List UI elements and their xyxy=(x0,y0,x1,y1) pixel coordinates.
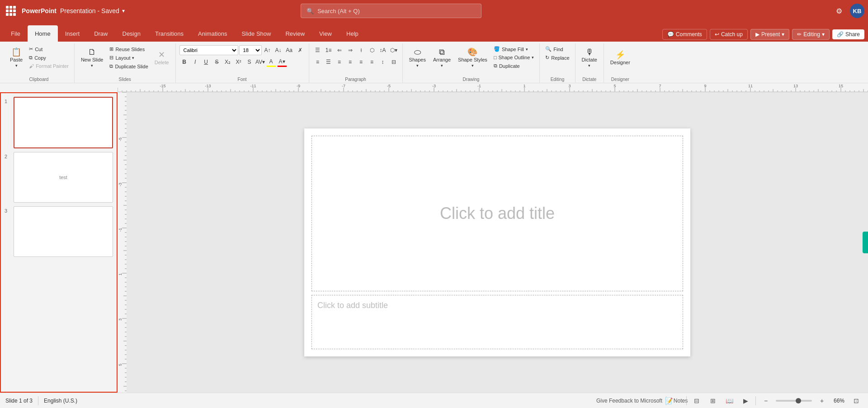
underline-button[interactable]: U xyxy=(201,57,211,67)
title-placeholder[interactable]: Click to add title xyxy=(311,136,683,291)
cut-button[interactable]: ✂ Cut xyxy=(27,45,71,53)
zoom-slider[interactable] xyxy=(776,400,812,402)
align-center-button[interactable]: ☰ xyxy=(324,57,334,67)
zoom-in-button[interactable]: + xyxy=(816,394,828,407)
convert-to-smartart[interactable]: ⬡▾ xyxy=(389,45,399,55)
para-extra2[interactable]: ≡ xyxy=(367,57,377,67)
editing-dropdown-icon[interactable]: ▾ xyxy=(822,31,825,38)
present-dropdown-icon[interactable]: ▾ xyxy=(782,31,784,38)
para-extra3[interactable]: ⊟ xyxy=(389,57,399,67)
shape-fill-dropdown[interactable]: ▾ xyxy=(526,47,528,52)
italic-button[interactable]: I xyxy=(190,57,200,67)
slide-thumbnail-3[interactable]: 3 xyxy=(5,206,113,257)
waffle-icon[interactable] xyxy=(4,4,18,18)
zoom-percent[interactable]: 66% xyxy=(832,398,846,404)
shape-fill-button[interactable]: 🪣 Shape Fill ▾ xyxy=(492,45,536,53)
justify-button[interactable]: ≡ xyxy=(345,57,355,67)
paste-button[interactable]: 📋 Paste ▾ xyxy=(7,45,25,71)
tab-view[interactable]: View xyxy=(312,25,339,42)
tab-file[interactable]: File xyxy=(4,25,28,42)
tab-draw[interactable]: Draw xyxy=(87,25,115,42)
tab-home[interactable]: Home xyxy=(28,25,58,42)
editing-button[interactable]: ✏ Editing ▾ xyxy=(792,29,830,40)
font-family-select[interactable]: CalibriArialTimes New RomanSegoe UICambr… xyxy=(179,45,238,55)
catchup-button[interactable]: ↩ Catch up xyxy=(710,29,748,40)
char-spacing-button[interactable]: AV▾ xyxy=(255,57,265,67)
tab-review[interactable]: Review xyxy=(278,25,312,42)
tab-animations[interactable]: Animations xyxy=(191,25,234,42)
comments-button[interactable]: 💬 Comments xyxy=(662,29,707,40)
tab-help[interactable]: Help xyxy=(339,25,366,42)
copy-button[interactable]: ⧉ Copy xyxy=(27,54,71,62)
settings-button[interactable]: ⚙ xyxy=(832,4,846,18)
tab-slideshow[interactable]: Slide Show xyxy=(234,25,278,42)
layout-button[interactable]: ⊟ Layout ▾ xyxy=(108,54,150,62)
fit-slide-button[interactable]: ⊡ xyxy=(850,394,863,407)
line-spacing-button[interactable]: ↕ xyxy=(378,57,388,67)
highlight-button[interactable]: A xyxy=(266,57,276,67)
reading-view-button[interactable]: 📖 xyxy=(723,394,736,407)
increase-font-button[interactable]: A↑ xyxy=(263,45,273,55)
notes-button[interactable]: 📝 Notes xyxy=(670,394,683,407)
new-slide-dropdown[interactable]: ▾ xyxy=(91,63,93,68)
zoom-thumb[interactable] xyxy=(796,398,801,403)
dictate-button[interactable]: 🎙 Dictate ▾ xyxy=(579,45,600,71)
search-bar[interactable]: 🔍 Search (Alt + Q) xyxy=(301,4,481,18)
title-dropdown-icon[interactable]: ▾ xyxy=(121,7,126,15)
direction-button[interactable]: ↕A xyxy=(378,45,388,55)
paste-dropdown[interactable]: ▾ xyxy=(15,63,18,68)
account-button[interactable]: KB xyxy=(850,4,864,18)
font-size-select[interactable]: 89101112141618202428323640486072 xyxy=(239,45,262,55)
bullets-button[interactable]: ☰ xyxy=(313,45,323,55)
align-right-button[interactable]: ≡ xyxy=(335,57,344,67)
slide-thumb-3[interactable] xyxy=(14,206,113,257)
shape-outline-dropdown[interactable]: ▾ xyxy=(532,55,534,60)
align-left-button[interactable]: ≡ xyxy=(313,57,323,67)
tab-insert[interactable]: Insert xyxy=(58,25,87,42)
subscript-button[interactable]: X₂ xyxy=(223,57,233,67)
feedback-text[interactable]: Give Feedback to Microsoft xyxy=(596,398,662,404)
slide-thumbnail-1[interactable]: 1 xyxy=(5,97,113,148)
slide-thumb-1[interactable] xyxy=(14,97,113,148)
bold-button[interactable]: B xyxy=(179,57,189,67)
duplicate-button[interactable]: ⧉ Duplicate xyxy=(492,62,536,70)
slide-thumbnail-2[interactable]: 2 test xyxy=(5,152,113,203)
arrange-button[interactable]: ⧉ Arrange ▾ xyxy=(430,45,453,71)
designer-hint-panel[interactable] xyxy=(863,232,868,253)
delete-button[interactable]: ✕ Delete xyxy=(152,45,172,71)
shapes-dropdown[interactable]: ▾ xyxy=(416,63,419,68)
decrease-font-button[interactable]: A↓ xyxy=(274,45,283,55)
dictate-dropdown[interactable]: ▾ xyxy=(588,63,590,68)
decrease-indent-button[interactable]: ⇐ xyxy=(335,45,344,55)
slideshow-button[interactable]: ▶ xyxy=(739,394,752,407)
subtitle-placeholder[interactable]: Click to add subtitle xyxy=(311,295,683,349)
duplicate-slide-button[interactable]: ⧉ Duplicate Slide xyxy=(108,62,150,70)
replace-button[interactable]: ↻ Replace xyxy=(543,54,571,62)
strikethrough-button[interactable]: S xyxy=(212,57,222,67)
slide-sorter-button[interactable]: ⊞ xyxy=(707,394,719,407)
normal-view-button[interactable]: ⊟ xyxy=(690,394,703,407)
tab-design[interactable]: Design xyxy=(115,25,148,42)
clear-format-button[interactable]: ✗ xyxy=(295,45,305,55)
shape-styles-dropdown[interactable]: ▾ xyxy=(472,63,474,68)
format-painter-button[interactable]: 🖌 Format Painter xyxy=(27,62,71,70)
slide-canvas[interactable]: Click to add title Click to add subtitle xyxy=(304,128,690,356)
font-color-button[interactable]: A▾ xyxy=(277,57,287,67)
numbering-button[interactable]: 1≡ xyxy=(324,45,334,55)
smart-art-button[interactable]: ⬡ xyxy=(367,45,377,55)
share-button[interactable]: 🔗 Share xyxy=(832,29,864,39)
para-extra1[interactable]: ≡ xyxy=(356,57,366,67)
increase-indent-button[interactable]: ⇒ xyxy=(345,45,355,55)
slide-thumb-2[interactable]: test xyxy=(14,152,113,203)
shape-styles-button[interactable]: 🎨 Shape Styles ▾ xyxy=(455,45,490,71)
zoom-out-button[interactable]: − xyxy=(760,394,772,407)
layout-dropdown[interactable]: ▾ xyxy=(132,56,134,60)
shape-outline-button[interactable]: □ Shape Outline ▾ xyxy=(492,54,536,61)
present-button[interactable]: ▶ Present ▾ xyxy=(750,29,789,40)
change-case-button[interactable]: Aa xyxy=(284,45,294,55)
find-button[interactable]: 🔍 Find xyxy=(543,45,571,53)
reuse-slides-button[interactable]: ⊞ Reuse Slides xyxy=(108,45,150,53)
text-shadow-button[interactable]: S xyxy=(245,57,255,67)
arrange-dropdown[interactable]: ▾ xyxy=(441,63,443,68)
new-slide-button[interactable]: 🗋 New Slide ▾ xyxy=(78,45,106,71)
